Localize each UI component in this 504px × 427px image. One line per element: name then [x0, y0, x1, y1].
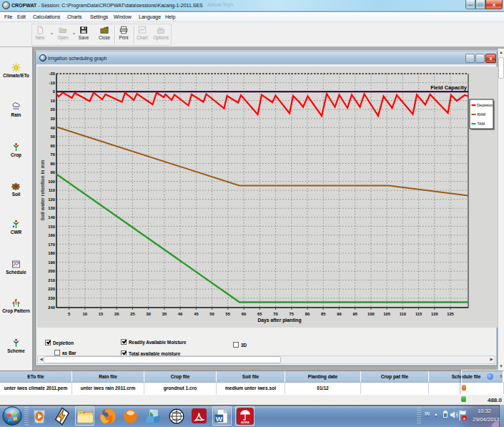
svg-text:35: 35 — [162, 312, 167, 316]
svg-text:90: 90 — [337, 312, 341, 316]
svg-text:40: 40 — [51, 126, 55, 130]
svg-text:70: 70 — [51, 152, 55, 157]
svg-text:125: 125 — [447, 312, 454, 316]
svg-text:115: 115 — [415, 312, 423, 316]
svg-text:140: 140 — [48, 215, 55, 220]
svg-text:RAM: RAM — [478, 112, 486, 117]
svg-text:Soil water retention in mm: Soil water retention in mm — [40, 160, 45, 221]
svg-text:120: 120 — [48, 197, 55, 202]
svg-text:120: 120 — [431, 312, 438, 316]
svg-text:AVIRA: AVIRA — [241, 421, 249, 424]
svg-text:170: 170 — [48, 242, 55, 247]
svg-text:0: 0 — [53, 89, 55, 94]
svg-text:230: 230 — [48, 296, 55, 300]
svg-text:10: 10 — [83, 312, 87, 316]
svg-text:45: 45 — [194, 312, 199, 316]
svg-text:W: W — [216, 414, 223, 422]
svg-text:Field Capacity: Field Capacity — [430, 84, 468, 91]
svg-text:80: 80 — [305, 312, 310, 316]
svg-text:150: 150 — [48, 225, 55, 229]
svg-text:55: 55 — [226, 312, 231, 316]
svg-text:60: 60 — [242, 312, 246, 316]
svg-text:210: 210 — [48, 278, 55, 283]
svg-text:25: 25 — [130, 312, 135, 316]
svg-text:220: 220 — [48, 287, 55, 291]
svg-text:10: 10 — [51, 99, 55, 103]
svg-text:75: 75 — [290, 312, 295, 316]
svg-text:50: 50 — [209, 312, 214, 316]
svg-text:70: 70 — [273, 312, 277, 316]
svg-text:240: 240 — [48, 305, 55, 310]
svg-text:50: 50 — [51, 134, 55, 139]
svg-text:30: 30 — [51, 117, 55, 121]
svg-text:160: 160 — [48, 233, 55, 237]
svg-text:-20: -20 — [49, 72, 55, 76]
svg-text:110: 110 — [49, 188, 55, 192]
svg-text:85: 85 — [321, 312, 326, 316]
svg-text:180: 180 — [48, 251, 55, 255]
svg-text:80: 80 — [51, 162, 55, 166]
svg-text:20: 20 — [114, 312, 119, 316]
svg-text:65: 65 — [257, 312, 262, 316]
svg-text:130: 130 — [48, 206, 55, 210]
svg-text:-10: -10 — [49, 81, 55, 85]
svg-text:60: 60 — [51, 144, 55, 148]
svg-text:100: 100 — [367, 312, 375, 316]
svg-text:105: 105 — [383, 312, 390, 316]
svg-text:TAM: TAM — [478, 122, 485, 126]
svg-text:200: 200 — [48, 269, 55, 273]
svg-text:40: 40 — [178, 312, 182, 316]
svg-text:15: 15 — [99, 312, 104, 316]
svg-text:110: 110 — [400, 312, 406, 316]
svg-text:Days after planting: Days after planting — [257, 318, 301, 323]
svg-text:100: 100 — [48, 180, 55, 184]
svg-text:95: 95 — [352, 312, 357, 316]
svg-text:Depletion: Depletion — [478, 103, 493, 107]
svg-text:90: 90 — [51, 170, 55, 175]
svg-text:190: 190 — [48, 260, 55, 265]
svg-text:30: 30 — [146, 312, 150, 316]
svg-text:20: 20 — [51, 107, 55, 112]
